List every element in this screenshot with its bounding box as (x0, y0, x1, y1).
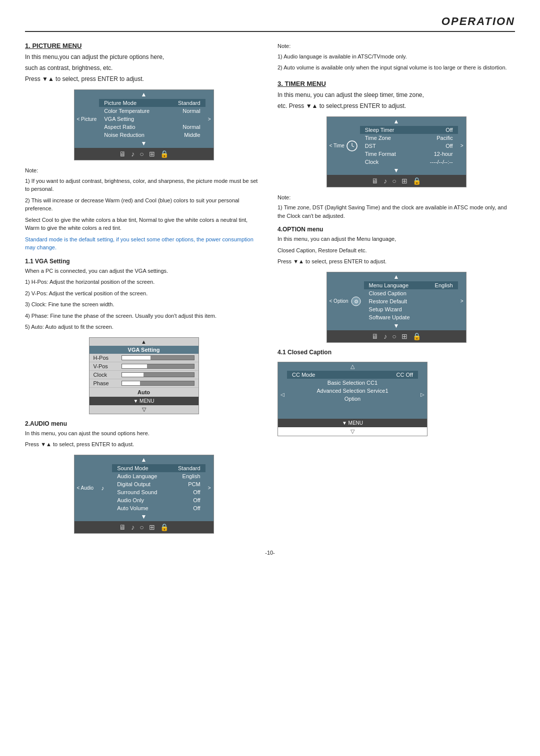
audio-icon: ♪ (96, 481, 110, 495)
vga-arrow-up: ▲ (90, 338, 198, 346)
audio-row-1: Audio Language English (112, 472, 206, 480)
option-row-0: Menu Language English (364, 281, 458, 289)
cc-arrow-down: ▽ (278, 427, 427, 436)
audio-row-4: Audio Only Off (112, 496, 206, 504)
clock-icon: ○ (140, 150, 144, 158)
timer-note-1: 1) Time zone, DST (Daylight Saving Time)… (278, 203, 515, 220)
lock-icon4: 🔒 (412, 332, 421, 340)
option-nav-right: > (458, 297, 466, 305)
clock-svg-icon (346, 140, 358, 151)
audio-row-0: Sound Mode Standard (112, 464, 206, 472)
grid-icon3: ⊞ (402, 177, 408, 185)
audio-note-label: Note: (278, 42, 515, 50)
monitor-icon: 🖥 (119, 150, 126, 158)
left-column: 1. PICTURE MENU In this menu,you can adj… (25, 42, 262, 540)
section1-title: 1. PICTURE MENU (25, 42, 262, 49)
option-menu-box: ▲ < Option ⚙ Menu Language English (326, 272, 466, 343)
timer-row-3: Time Format 12-hour (360, 150, 458, 158)
section2-desc2: Press ▼▲ to select, press ENTER to adjus… (25, 440, 262, 449)
audio-menu-rows: Sound Mode Standard Audio Language Engli… (112, 464, 206, 512)
picture-menu-box: ▲ < Picture Picture Mode Standard Color … (74, 89, 214, 160)
picture-menu-rows: Picture Mode Standard Color Temperature … (99, 99, 205, 139)
cc-center: CC Mode CC Off Basic Selection CC1 Advan… (287, 371, 418, 419)
option-arrow-up: ▲ (327, 272, 466, 281)
page-header: OPERATION (25, 15, 515, 32)
timer-nav-row: < Time Sleep Timer Off Time Zone (327, 126, 466, 166)
picture-bottom-icons: 🖥 ♪ ○ ⊞ 🔒 (74, 148, 214, 160)
vga-desc-4: 4) Phase: Fine tune the phase of the scr… (25, 312, 262, 320)
picture-nav-right: > (206, 115, 214, 123)
cc-nav-left: ◁ (278, 391, 287, 398)
option-row-4: Software Update (364, 313, 458, 321)
picture-row-2: VGA Setting (99, 115, 205, 123)
timer-bottom-icons: 🖥 ♪ ○ ⊞ 🔒 (327, 175, 466, 187)
vga-desc-0: When a PC is connected, you can adjust t… (25, 267, 262, 275)
cc-menu-box: △ ◁ CC Mode CC Off Basic Selection CC1 A… (278, 362, 428, 436)
section1-note-label: Note: (25, 166, 262, 175)
picture-arrow-down: ▼ (74, 139, 214, 148)
timer-menu-rows: Sleep Timer Off Time Zone Pacific DST Of… (360, 126, 458, 166)
option-arrow-down: ▼ (327, 321, 466, 330)
section4-desc3: Press ▼▲ to select, press ENTER to adjus… (278, 257, 515, 266)
lock-icon3: 🔒 (412, 177, 421, 185)
clock-icon2: ○ (140, 523, 144, 531)
section1-desc2: such as contrast, brightness, etc. (25, 63, 262, 72)
section4-title: 4.OPTION menu (278, 226, 515, 233)
grid-icon2: ⊞ (149, 523, 155, 531)
picture-nav-row: < Picture Picture Mode Standard Color Te… (74, 99, 214, 139)
music-icon3: ♪ (384, 177, 387, 185)
timer-arrow-up: ▲ (327, 117, 466, 126)
vga-title: VGA Setting (90, 346, 198, 354)
vga-auto: Auto (90, 388, 198, 397)
section1-desc3: Press ▼▲ to select, press ENTER to adjus… (25, 74, 262, 83)
section3-title: 3. TIMER MENU (278, 80, 515, 87)
picture-arrow-up: ▲ (74, 90, 214, 99)
section1-blue-note: Standard mode is the default setting, if… (25, 235, 262, 252)
clock-icon4: ○ (392, 332, 396, 340)
audio-menu-box: ▲ < Audio ♪ Sound Mode Standard Audio La… (74, 455, 214, 534)
audio-arrow-up: ▲ (74, 455, 214, 464)
option-bottom-icons: 🖥 ♪ ○ ⊞ 🔒 (327, 330, 466, 342)
audio-row-5: Auto Volume Off (112, 504, 206, 512)
option-row-1: Closed Caption (364, 289, 458, 297)
audio-note-2: 2) Auto volume is available only when th… (278, 63, 515, 72)
monitor-icon3: 🖥 (372, 177, 378, 185)
cc-mode-row: CC Mode CC Off (287, 371, 418, 379)
audio-arrow-down: ▼ (74, 512, 214, 521)
section3-desc1: In this menu, you can adjust the sleep t… (278, 90, 515, 99)
section1-1-title: 1.1 VGA Setting (25, 258, 262, 265)
section2-title: 2.AUDIO menu (25, 420, 262, 427)
option-icon: ⚙ (350, 296, 362, 307)
option-menu-rows: Menu Language English Closed Caption Res… (364, 281, 458, 321)
timer-nav-right: > (458, 142, 466, 149)
section3-desc2: etc. Press ▼▲ to select,press ENTER to a… (278, 101, 515, 110)
section4-1-title: 4.1 Closed Caption (278, 349, 515, 356)
svg-text:⚙: ⚙ (354, 299, 358, 304)
right-column: Note: 1) Audio language is available in … (278, 42, 515, 540)
section4-desc1: In this menu, you can adjust the Menu la… (278, 235, 515, 243)
cc-basic: Basic Selection CC1 (287, 379, 418, 387)
picture-row-1: Color Temperature Normal (99, 107, 205, 115)
grid-icon4: ⊞ (402, 332, 408, 340)
section1-desc1: In this menu,you can adjust the picture … (25, 52, 262, 61)
picture-row-4: Noise Reduction Middle (99, 131, 205, 139)
cc-nav-right: ▷ (418, 391, 427, 398)
vga-menu-btn: ▼ MENU (90, 397, 198, 405)
cc-empty2 (287, 411, 418, 419)
timer-menu-box: ▲ < Time Sleep Timer Off (326, 116, 466, 187)
option-nav-left: < Option ⚙ (327, 295, 364, 308)
option-row-3: Setup Wizard (364, 305, 458, 313)
audio-nav-right: > (206, 484, 214, 492)
timer-note-label: Note: (278, 193, 515, 202)
vga-desc-3: 3) Clock: Fine tune the screen width. (25, 300, 262, 309)
svg-line-2 (352, 146, 354, 147)
audio-nav-left: < Audio ♪ (74, 480, 112, 496)
section1-note-3: Select Cool to give the white colors a b… (25, 216, 262, 232)
picture-nav-left: < Picture (74, 115, 100, 123)
clock-bar (122, 372, 194, 377)
vga-menu-box: ▲ VGA Setting H-Pos V-Pos Clock Phase Au… (89, 337, 199, 414)
clock-icon3: ○ (392, 177, 396, 185)
picture-row-0: Picture Mode Standard (99, 99, 205, 107)
vga-desc-2: 2) V-Pos: Adjust the vertical position o… (25, 289, 262, 298)
timer-row-1: Time Zone Pacific (360, 134, 458, 142)
